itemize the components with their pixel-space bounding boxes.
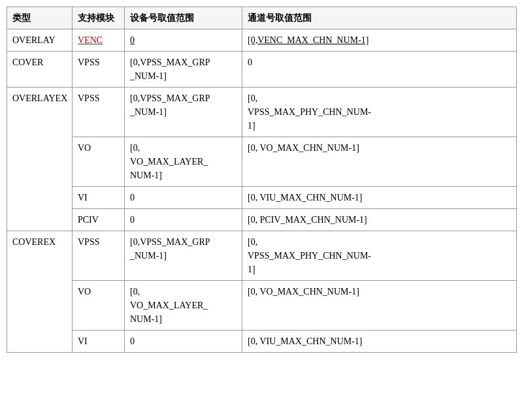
cell-type: OVERLAYEX	[7, 88, 73, 231]
cell-channel-range: [0,VPSS_MAX_PHY_CHN_NUM-1]	[242, 231, 517, 281]
cell-type: COVEREX	[7, 231, 73, 353]
cell-channel-range: [0,VENC_MAX_CHN_NUM-1]	[242, 29, 517, 52]
header-channel: 通道号取值范围	[242, 7, 517, 29]
cell-channel-range: [0, VO_MAX_CHN_NUM-1]	[242, 281, 517, 331]
cell-type: OVERLAY	[7, 29, 73, 52]
cell-device-range: 0	[125, 209, 242, 231]
cell-channel-range: 0	[242, 52, 517, 88]
table-row: VO[0,VO_MAX_LAYER_NUM-1][0, VO_MAX_CHN_N…	[7, 137, 517, 187]
table-row: COVERVPSS[0,VPSS_MAX_GRP_NUM-1]0	[7, 52, 517, 88]
main-table: 类型 支持模块 设备号取值范围 通道号取值范围 OVERLAYVENC0[0,V…	[7, 7, 517, 353]
table-row: OVERLAYEXVPSS[0,VPSS_MAX_GRP_NUM-1][0,VP…	[7, 88, 517, 137]
cell-device-range: 0	[125, 29, 242, 52]
table-container: 类型 支持模块 设备号取值范围 通道号取值范围 OVERLAYVENC0[0,V…	[0, 0, 522, 359]
cell-channel-range: [0, VO_MAX_CHN_NUM-1]	[242, 137, 517, 187]
table-row: COVEREXVPSS[0,VPSS_MAX_GRP_NUM-1][0,VPSS…	[7, 231, 517, 281]
cell-type: COVER	[7, 52, 73, 88]
cell-module: VENC	[73, 29, 125, 52]
header-type: 类型	[7, 7, 73, 29]
cell-module: VI	[73, 331, 125, 353]
cell-device-range: [0,VO_MAX_LAYER_NUM-1]	[125, 281, 242, 331]
cell-channel-range: [0, VIU_MAX_CHN_NUM-1]	[242, 187, 517, 209]
table-row: VI0[0, VIU_MAX_CHN_NUM-1]	[7, 331, 517, 353]
cell-device-range: 0	[125, 331, 242, 353]
cell-device-range: [0,VPSS_MAX_GRP_NUM-1]	[125, 231, 242, 281]
table-header-row: 类型 支持模块 设备号取值范围 通道号取值范围	[7, 7, 517, 29]
cell-module: VO	[73, 281, 125, 331]
cell-device-range: [0,VPSS_MAX_GRP_NUM-1]	[125, 52, 242, 88]
cell-channel-range: [0,VPSS_MAX_PHY_CHN_NUM-1]	[242, 88, 517, 137]
cell-channel-range: [0, PCIV_MAX_CHN_NUM-1]	[242, 209, 517, 231]
table-row: VO[0,VO_MAX_LAYER_NUM-1][0, VO_MAX_CHN_N…	[7, 281, 517, 331]
header-device: 设备号取值范围	[125, 7, 242, 29]
table-row: PCIV0[0, PCIV_MAX_CHN_NUM-1]	[7, 209, 517, 231]
cell-module: PCIV	[73, 209, 125, 231]
cell-module: VPSS	[73, 88, 125, 137]
cell-device-range: [0,VPSS_MAX_GRP_NUM-1]	[125, 88, 242, 137]
cell-channel-range: [0, VIU_MAX_CHN_NUM-1]	[242, 331, 517, 353]
table-row: OVERLAYVENC0[0,VENC_MAX_CHN_NUM-1]	[7, 29, 517, 52]
cell-module: VI	[73, 187, 125, 209]
cell-device-range: 0	[125, 187, 242, 209]
cell-device-range: [0,VO_MAX_LAYER_NUM-1]	[125, 137, 242, 187]
cell-module: VPSS	[73, 52, 125, 88]
cell-module: VO	[73, 137, 125, 187]
cell-module: VPSS	[73, 231, 125, 281]
module-link[interactable]: VENC	[78, 35, 103, 45]
table-row: VI0[0, VIU_MAX_CHN_NUM-1]	[7, 187, 517, 209]
header-module: 支持模块	[73, 7, 125, 29]
